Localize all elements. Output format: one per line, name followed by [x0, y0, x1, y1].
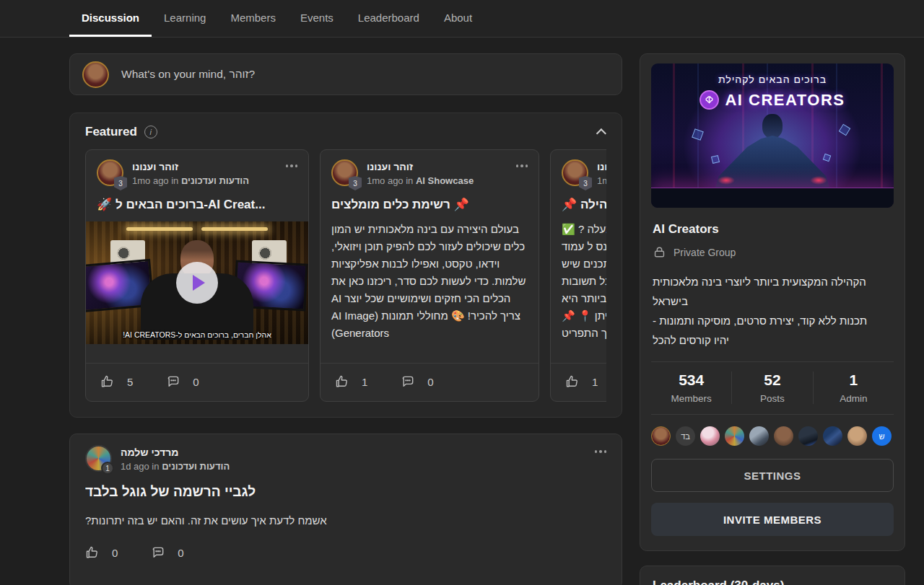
post-title[interactable]: 🚀 ברוכים הבאים ל-AI Creat...: [97, 197, 297, 212]
post-meta: 1mo ago in AI Showcase: [367, 175, 474, 186]
member-avatar[interactable]: בד: [676, 426, 695, 446]
composer-placeholder: What's on your mind, זוהר?: [121, 68, 255, 81]
featured-post-card: 3 זוהר וענונו 1mo 📌 קהילה ✅ ? למעלה היכ: [550, 149, 606, 402]
banner-figure: [810, 176, 827, 185]
like-button[interactable]: 1: [335, 374, 367, 389]
member-avatar[interactable]: [725, 426, 744, 446]
like-count: 1: [362, 376, 367, 388]
group-description: הקהילה המקצועית ביותר ליוצרי בינה מלאכות…: [653, 272, 892, 350]
comment-button[interactable]: 0: [166, 374, 199, 389]
group-stats: 534 Members 52 Posts 1 Admin: [651, 362, 894, 415]
post-composer[interactable]: What's on your mind, זוהר?: [69, 53, 622, 95]
stat-label: Members: [651, 393, 731, 404]
banner-figure: [762, 114, 783, 138]
member-avatar[interactable]: [823, 426, 842, 446]
banner-figure: [718, 176, 735, 185]
leaderboard-heading: Leaderboard (30-days): [653, 579, 892, 585]
author-name[interactable]: זוהר וענונו: [597, 161, 606, 172]
like-count: 0: [112, 547, 118, 559]
author-name[interactable]: זוהר וענונו: [367, 161, 474, 172]
member-avatar-row: בד ש: [651, 426, 894, 446]
stat-label: Posts: [732, 393, 812, 404]
author-name[interactable]: מרדכי שלמה: [121, 447, 230, 458]
featured-post-card: 3 זוהר וענונו 1mo ago in AI Showcase רשי…: [320, 149, 539, 402]
feed-post: 1 מרדכי שלמה 1d ago in הודעות ועדכונים ל…: [69, 434, 622, 585]
author-avatar[interactable]: 3: [331, 159, 358, 186]
studio-light: [126, 227, 193, 231]
comment-button[interactable]: 0: [401, 374, 433, 389]
sidebar: ברוכים הבאים לקהילת AI CREATORS AI Creat…: [640, 53, 905, 585]
page-body: What's on your mind, זוהר? Featured i 3: [0, 38, 924, 585]
post-category[interactable]: AI Showcase: [416, 175, 474, 186]
invite-members-button[interactable]: INVITE MEMBERS: [651, 503, 894, 536]
more-options-icon[interactable]: [516, 164, 528, 167]
group-privacy: Private Group: [653, 245, 892, 259]
post-body: בעולם היצירה עם בינה מלאכותית יש המון כל…: [331, 221, 528, 342]
post-title[interactable]: 📌 קהילה: [562, 197, 606, 212]
group-name: AI Creators: [653, 222, 892, 237]
stat-value: 534: [651, 371, 731, 389]
play-icon[interactable]: [176, 262, 218, 304]
comment-count: 0: [427, 376, 433, 388]
banner-welcome-text: ברוכים הבאים לקהילת: [651, 74, 894, 85]
thumbs-up-icon: [100, 374, 115, 389]
level-badge: 1: [101, 462, 114, 475]
more-options-icon[interactable]: [595, 450, 607, 453]
member-avatar[interactable]: [651, 426, 671, 446]
author-avatar[interactable]: 3: [97, 159, 123, 186]
stat-value: 1: [814, 371, 894, 389]
group-banner: ברוכים הבאים לקהילת AI CREATORS: [651, 63, 894, 208]
main-column: What's on your mind, זוהר? Featured i 3: [69, 53, 622, 585]
level-badge: 3: [349, 176, 362, 190]
post-category[interactable]: הודעות ועדכונים: [162, 461, 230, 472]
like-count: 5: [127, 376, 133, 388]
post-title[interactable]: רשימת כלים מומלצים 📌: [331, 197, 528, 212]
comment-icon: [151, 545, 165, 560]
comment-icon: [166, 374, 180, 389]
comment-button[interactable]: 0: [151, 545, 183, 560]
like-button[interactable]: 1: [565, 374, 598, 389]
stat-admin: 1 Admin: [813, 371, 894, 404]
video-thumbnail[interactable]: אהלן חברים, ברוכים הבאים ל-AI CREATORS!: [86, 221, 308, 344]
info-icon[interactable]: i: [144, 126, 157, 138]
tab-events[interactable]: Events: [288, 0, 346, 37]
thumbs-up-icon: [335, 374, 349, 389]
post-meta: 1mo: [597, 175, 606, 186]
author-name[interactable]: זוהר וענונו: [132, 161, 249, 172]
post-category[interactable]: הודעות ועדכונים: [181, 175, 249, 186]
post-meta: 1d ago in הודעות ועדכונים: [121, 461, 230, 472]
like-count: 1: [592, 376, 598, 388]
tab-members[interactable]: Members: [218, 0, 288, 37]
community-tab-bar: Discussion Learning Members Events Leade…: [0, 0, 924, 38]
post-title[interactable]: לגביי הרשמה של גוגל בלבד: [85, 484, 606, 500]
tab-learning[interactable]: Learning: [152, 0, 218, 37]
brain-icon: [699, 90, 719, 110]
author-avatar[interactable]: 1: [85, 445, 112, 472]
stat-value: 52: [732, 371, 812, 389]
thumbs-up-icon: [85, 545, 100, 560]
author-avatar[interactable]: 3: [562, 159, 588, 186]
member-avatar[interactable]: [749, 426, 769, 446]
settings-button[interactable]: SETTINGS: [651, 459, 894, 492]
stat-label: Admin: [814, 393, 894, 404]
level-badge: 3: [114, 176, 127, 190]
banner-desk: [651, 188, 894, 208]
like-button[interactable]: 5: [100, 374, 133, 389]
more-options-icon[interactable]: [286, 164, 298, 167]
member-avatar[interactable]: [700, 426, 720, 446]
chevron-up-icon[interactable]: [596, 128, 606, 138]
post-body: ✅ ? למעלה היכנס ל עמוד התכנים שיש לקבל ת…: [562, 221, 606, 342]
member-avatar[interactable]: [798, 426, 818, 446]
post-body: אשמח לדעת איך עושים את זה. והאם יש בזה י…: [85, 512, 606, 529]
studio-light: [201, 227, 268, 231]
member-avatar[interactable]: [847, 426, 867, 446]
tab-discussion[interactable]: Discussion: [69, 0, 152, 37]
comment-icon: [401, 374, 415, 389]
like-button[interactable]: 0: [85, 545, 118, 560]
member-avatar[interactable]: ש: [872, 426, 892, 446]
member-avatar[interactable]: [774, 426, 793, 446]
tab-leaderboard[interactable]: Leaderboard: [346, 0, 432, 37]
tab-about[interactable]: About: [432, 0, 484, 37]
post-meta: 1mo ago in הודעות ועדכונים: [132, 175, 249, 186]
stat-posts: 52 Posts: [731, 371, 812, 404]
